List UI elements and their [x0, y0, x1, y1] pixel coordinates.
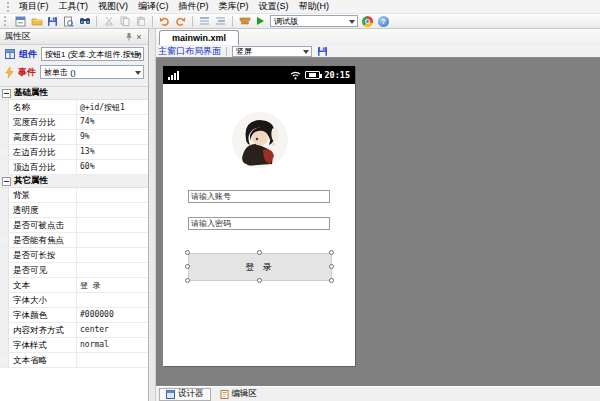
property-row-top-percent[interactable]: 顶边百分比60%: [0, 160, 148, 175]
tab-editor[interactable]: 编辑区: [214, 388, 264, 401]
property-row-font-size[interactable]: 字体大小: [0, 293, 148, 308]
property-row-background[interactable]: 背景: [0, 188, 148, 203]
property-row-align[interactable]: 内容对齐方式center: [0, 323, 148, 338]
status-time: 20:15: [324, 70, 350, 80]
menu-libraries[interactable]: 类库(P): [214, 0, 254, 13]
property-row-font-color[interactable]: 字体颜色#000000: [0, 308, 148, 323]
property-row-longpress[interactable]: 是否可长按: [0, 248, 148, 263]
open-folder-icon[interactable]: [30, 15, 43, 28]
selection-handle-s[interactable]: [257, 278, 262, 283]
selection-handle-se[interactable]: [329, 278, 334, 283]
chevron-down-icon: [135, 53, 141, 57]
properties-panel: 属性区 × 组件 按钮1 (安卓.文本组件.按钮) 事件 被单击 () 基础属性…: [0, 29, 149, 401]
password-input[interactable]: 请输入密码: [188, 217, 330, 230]
component-select[interactable]: 按钮1 (安卓.文本组件.按钮): [41, 47, 144, 61]
close-icon[interactable]: ×: [134, 32, 144, 42]
browser-icon[interactable]: [361, 15, 374, 28]
paste-icon[interactable]: [134, 15, 147, 28]
property-row-width-percent[interactable]: 宽度百分比74%: [0, 115, 148, 130]
property-row-left-percent[interactable]: 左边百分比13%: [0, 145, 148, 160]
tab-designer[interactable]: 设计器: [159, 388, 211, 401]
property-row-clickable[interactable]: 是否可被点击: [0, 218, 148, 233]
build-config-value: 调试版: [274, 16, 298, 27]
design-canvas: 20:15 请输入账号 请: [156, 58, 600, 386]
save-icon[interactable]: [46, 15, 59, 28]
selection-handle-sw[interactable]: [185, 278, 190, 283]
phone-screen: 请输入账号 请输入密码 登 录: [163, 84, 355, 366]
menu-settings[interactable]: 设置(S): [254, 0, 294, 13]
phone-status-bar: 20:15: [163, 66, 355, 84]
outdent-icon[interactable]: [214, 15, 227, 28]
undo-icon[interactable]: [158, 15, 171, 28]
property-row-visible[interactable]: 是否可见: [0, 263, 148, 278]
event-select[interactable]: 被单击 (): [40, 65, 144, 79]
tab-editor-label: 编辑区: [232, 388, 258, 400]
bottom-tabbar: 设计器 编辑区: [156, 386, 600, 401]
menu-tools[interactable]: 工具(T): [54, 0, 94, 13]
event-lightning-icon: [5, 67, 14, 78]
property-grid: 基础属性 名称@+id/按钮1 宽度百分比74% 高度百分比9% 左边百分比13…: [0, 86, 148, 401]
menu-plugins[interactable]: 插件(P): [174, 0, 214, 13]
editor-area: mainwin.xml 主窗口布局界面 竖屏 20:15: [156, 29, 600, 401]
help-icon[interactable]: [377, 15, 390, 28]
component-select-value: 按钮1 (安卓.文本组件.按钮): [45, 49, 141, 60]
component-selector-row: 组件 按钮1 (安卓.文本组件.按钮): [0, 45, 148, 63]
property-row-text[interactable]: 文本登 录: [0, 278, 148, 293]
designer-toolbar: 主窗口布局界面 竖屏: [156, 45, 600, 58]
redo-icon[interactable]: [174, 15, 187, 28]
section-title: 基础属性: [14, 87, 48, 99]
menu-view[interactable]: 视图(V): [93, 0, 133, 13]
component-icon: [5, 49, 15, 59]
collapse-icon[interactable]: [2, 89, 11, 98]
section-basic-properties[interactable]: 基础属性: [0, 87, 148, 100]
orientation-select[interactable]: 竖屏: [232, 46, 312, 57]
selection-handle-w[interactable]: [185, 264, 190, 269]
chevron-down-icon: [349, 20, 355, 24]
build-config-select[interactable]: 调试版: [270, 15, 358, 27]
find-icon[interactable]: [78, 15, 91, 28]
tab-mainwin-xml[interactable]: mainwin.xml: [159, 30, 239, 45]
selection-handle-ne[interactable]: [329, 250, 334, 255]
property-row-name[interactable]: 名称@+id/按钮1: [0, 100, 148, 115]
property-row-font-style[interactable]: 字体样式normal: [0, 338, 148, 353]
selection-handle-nw[interactable]: [185, 250, 190, 255]
event-label: 事件: [18, 66, 36, 79]
tab-designer-label: 设计器: [178, 388, 204, 400]
property-row-ellipsize[interactable]: 文本省略: [0, 353, 148, 368]
pin-icon[interactable]: [124, 32, 134, 42]
property-row-focusable[interactable]: 是否能有焦点: [0, 233, 148, 248]
property-row-opacity[interactable]: 透明度: [0, 203, 148, 218]
save-layout-icon[interactable]: [317, 46, 328, 57]
wifi-icon: [290, 71, 301, 80]
menu-help[interactable]: 帮助(H): [294, 0, 335, 13]
menu-bar: 项目(F) 工具(T) 视图(V) 编译(C) 插件(P) 类库(P) 设置(S…: [0, 0, 600, 14]
component-label: 组件: [19, 48, 37, 61]
section-other-properties[interactable]: 其它属性: [0, 175, 148, 188]
print-preview-icon[interactable]: [62, 15, 75, 28]
phone-preview: 20:15 请输入账号 请: [163, 66, 355, 366]
collapse-icon[interactable]: [2, 177, 11, 186]
account-input[interactable]: 请输入账号: [188, 190, 330, 203]
selection-handle-e[interactable]: [329, 264, 334, 269]
menu-compile[interactable]: 编译(C): [133, 0, 174, 13]
indent-icon[interactable]: [198, 15, 211, 28]
panel-splitter[interactable]: [149, 29, 156, 401]
menu-project[interactable]: 项目(F): [14, 0, 54, 13]
new-project-icon[interactable]: [14, 15, 27, 28]
login-button[interactable]: 登 录: [188, 253, 332, 281]
editor-icon: [220, 390, 229, 399]
designer-icon: [166, 390, 175, 399]
chevron-down-icon: [135, 71, 141, 75]
chevron-down-icon: [303, 50, 309, 54]
copy-icon[interactable]: [118, 15, 131, 28]
run-icon[interactable]: [254, 15, 267, 28]
build-icon[interactable]: [238, 15, 251, 28]
properties-panel-header: 属性区 ×: [0, 29, 148, 45]
avatar[interactable]: [232, 112, 288, 168]
event-select-value: 被单击 (): [44, 67, 76, 78]
property-row-height-percent[interactable]: 高度百分比9%: [0, 130, 148, 145]
orientation-value: 竖屏: [236, 46, 252, 57]
properties-panel-title: 属性区: [4, 30, 124, 43]
cut-icon[interactable]: [102, 15, 115, 28]
selection-handle-n[interactable]: [257, 250, 262, 255]
